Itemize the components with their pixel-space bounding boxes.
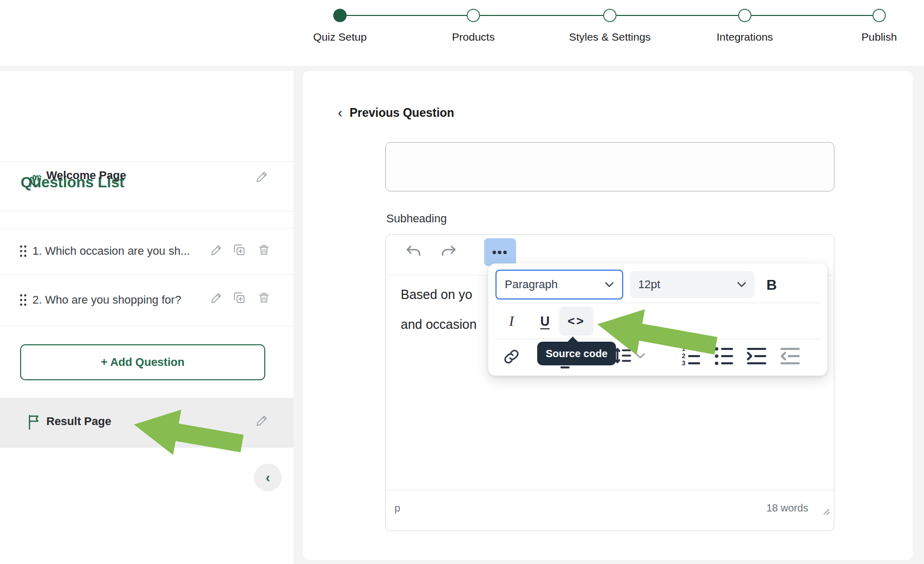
- step-dot-products[interactable]: [467, 9, 480, 22]
- italic-button[interactable]: I: [502, 308, 521, 334]
- chevron-left-icon: ‹: [266, 470, 270, 486]
- font-size-value: 12pt: [638, 278, 660, 291]
- step-label-integrations[interactable]: Integrations: [716, 31, 773, 43]
- step-label-products[interactable]: Products: [452, 31, 495, 43]
- edit-pencil-icon[interactable]: [255, 414, 269, 427]
- questions-sidebar: Questions List Welcome Page 1. Which o: [0, 71, 294, 564]
- indent-icon[interactable]: [746, 345, 767, 367]
- drag-handle-icon[interactable]: [19, 293, 28, 307]
- subheading-label: Subheading: [386, 212, 447, 225]
- add-question-button[interactable]: + Add Question: [20, 344, 265, 380]
- drag-handle-icon[interactable]: [19, 244, 28, 258]
- result-page-label: Result Page: [46, 415, 111, 428]
- underline-button[interactable]: U: [534, 308, 556, 334]
- source-code-tooltip: Source code: [537, 342, 616, 365]
- step-label-quiz-setup[interactable]: Quiz Setup: [313, 31, 367, 43]
- question-row-2[interactable]: 2. Who are you shopping for?: [0, 274, 294, 326]
- toolbar-more-button[interactable]: •••: [484, 238, 516, 266]
- undo-icon[interactable]: [405, 244, 422, 260]
- paragraph-format-select[interactable]: Paragraph: [495, 270, 623, 299]
- question-row-1[interactable]: 1. Which occasion are you sh...: [0, 228, 294, 274]
- welcome-page-label: Welcome Page: [46, 169, 126, 182]
- flag-icon: [26, 413, 42, 431]
- step-label-publish[interactable]: Publish: [862, 31, 897, 43]
- edit-pencil-icon[interactable]: [210, 291, 223, 304]
- waving-hand-icon: [27, 173, 43, 189]
- step-dot-styles-settings[interactable]: [603, 9, 617, 22]
- sidebar-item-result-page[interactable]: Result Page: [0, 398, 294, 448]
- redo-icon[interactable]: [440, 244, 457, 260]
- step-label-styles-settings[interactable]: Styles & Settings: [569, 31, 651, 43]
- editor-text-line[interactable]: and occasion: [401, 317, 476, 332]
- paragraph-format-value: Paragraph: [505, 278, 558, 291]
- chevron-down-icon[interactable]: [635, 352, 645, 359]
- svg-text:2: 2: [682, 352, 686, 360]
- step-dot-publish[interactable]: [872, 9, 886, 22]
- collapse-sidebar-button[interactable]: ‹: [254, 464, 282, 491]
- element-path-indicator: p: [395, 502, 400, 514]
- question-label: 1. Which occasion are you sh...: [32, 244, 190, 258]
- resize-handle-icon[interactable]: [821, 506, 831, 517]
- previous-question-label: Previous Question: [350, 106, 454, 120]
- trash-icon[interactable]: [258, 243, 270, 256]
- link-icon[interactable]: [502, 348, 521, 365]
- heading-text-input[interactable]: [385, 142, 834, 191]
- word-count: 18 words: [766, 502, 808, 514]
- popup-divider: [495, 303, 820, 303]
- svg-text:1: 1: [682, 345, 686, 352]
- font-size-select[interactable]: 12pt: [630, 271, 755, 298]
- step-dot-integrations[interactable]: [738, 9, 751, 22]
- bold-button[interactable]: B: [762, 276, 781, 294]
- popup-divider: [495, 339, 820, 339]
- ordered-list-icon[interactable]: 1 2 3: [681, 345, 701, 367]
- horizontal-rule-icon[interactable]: [560, 366, 570, 368]
- duplicate-icon[interactable]: [233, 243, 246, 256]
- divider: [0, 211, 294, 212]
- outdent-icon[interactable]: [779, 345, 801, 367]
- source-code-button[interactable]: <>: [559, 307, 593, 336]
- previous-question-button[interactable]: ‹ Previous Question: [338, 105, 454, 121]
- top-bar: Quiz Setup Products Styles & Settings In…: [0, 0, 924, 66]
- svg-text:3: 3: [682, 360, 686, 367]
- duplicate-icon[interactable]: [233, 291, 246, 304]
- chevron-left-icon: ‹: [338, 105, 343, 121]
- editor-text-line[interactable]: Based on yo: [401, 287, 472, 302]
- question-label: 2. Who are you shopping for?: [32, 293, 181, 307]
- sidebar-item-welcome-page[interactable]: Welcome Page: [0, 162, 294, 211]
- trash-icon[interactable]: [258, 291, 270, 304]
- edit-pencil-icon[interactable]: [210, 243, 223, 256]
- divider: [0, 326, 294, 326]
- edit-pencil-icon[interactable]: [255, 170, 269, 183]
- statusbar-divider: [386, 490, 834, 490]
- bullet-list-icon[interactable]: [714, 345, 734, 367]
- step-dot-quiz-setup[interactable]: [333, 9, 347, 22]
